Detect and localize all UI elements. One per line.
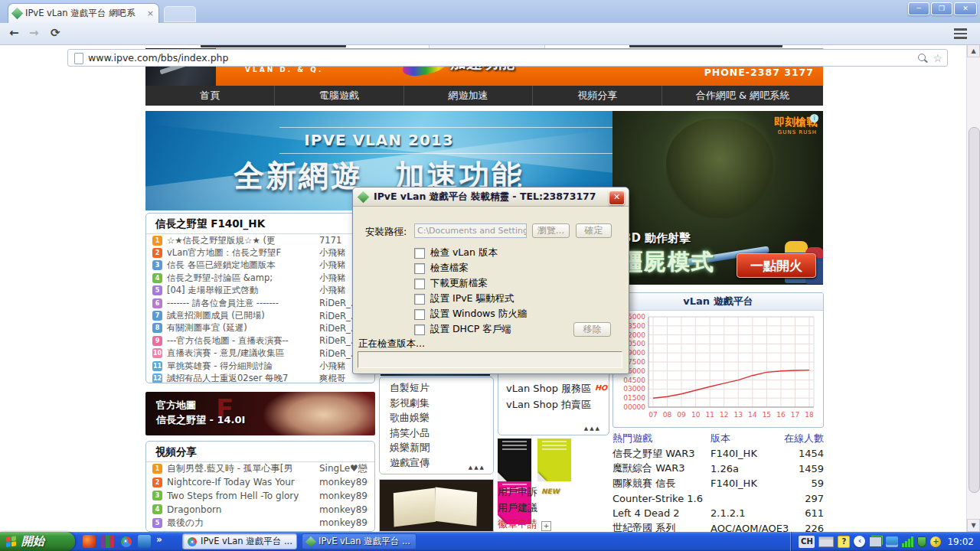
nav-item[interactable]: 視頻分享 [533, 86, 662, 106]
hide-icons-chevron-icon[interactable]: ‹ [854, 536, 865, 547]
network-icon[interactable] [869, 536, 882, 547]
cloud-app-icon[interactable] [886, 536, 898, 547]
user-link[interactable]: 徽章申請+ [498, 516, 609, 532]
update-icon[interactable]: + [930, 536, 941, 547]
sample-card-lime[interactable] [537, 439, 571, 481]
video-row[interactable]: 4 Dragonborn monkey890 [146, 503, 374, 517]
nav-item[interactable]: 合作網吧 & 網吧系統 [662, 86, 823, 106]
dialog-checkbox-row[interactable]: 檢查檔案 [414, 262, 469, 275]
address-bar[interactable]: www.ipve.com/bbs/index.php ☆ [67, 49, 948, 67]
remove-button[interactable]: 移除 [573, 322, 611, 337]
reload-button[interactable]: ⟳ [51, 23, 60, 43]
new-tab-button[interactable] [164, 6, 196, 22]
sample-card-black[interactable] [498, 439, 531, 481]
checkbox[interactable] [414, 309, 425, 320]
window-close-button[interactable]: ✕ [954, 2, 977, 15]
user-link[interactable]: 用戶申訴NEW [498, 484, 609, 500]
expand-icon[interactable]: + [541, 521, 551, 531]
video-title[interactable]: Dragonborn [167, 504, 315, 515]
quicklaunch-messenger-icon[interactable] [83, 535, 96, 548]
browse-button[interactable]: 瀏覽... [532, 223, 570, 238]
ad-cta-button[interactable]: 一點開火 [737, 253, 816, 278]
thread-title[interactable]: 誠招有品人士重返02ser 每晚7 [167, 373, 315, 383]
forum-thread-row[interactable]: 4 信長之野望-討論區 &amp; 小飛豬 [146, 272, 374, 284]
thread-title[interactable]: 信長 各區已經鎖定地圖版本 [167, 259, 315, 271]
scroll-up-icon[interactable]: ▲ [967, 44, 980, 57]
nav-item[interactable]: 電腦遊戲 [275, 86, 404, 106]
forum-thread-row[interactable]: 2 vLan官方地圖：信長之野望F 小飛豬 [146, 246, 374, 259]
bookmark-star-icon[interactable]: ☆ [933, 51, 942, 66]
video-title[interactable]: Nightcore-If Today Was Your [167, 477, 315, 487]
shield-icon[interactable] [917, 536, 926, 547]
shop-link[interactable]: vLan Shop 拍賣區 [506, 396, 609, 412]
forum-thread-row[interactable]: 10 直播表演賽 - 意見/建議收集區 RiDeR_. [146, 347, 374, 360]
search-icon[interactable] [918, 54, 926, 61]
quicklaunch-overflow-chevron[interactable]: » [156, 534, 162, 545]
checkbox[interactable] [414, 279, 425, 289]
checkbox[interactable] [414, 248, 425, 259]
checkbox[interactable] [414, 263, 425, 274]
video-title[interactable]: Two Steps from Hell -To glory [167, 491, 315, 501]
thread-title[interactable]: 單挑英雄賽 - 得分細則討論 [167, 360, 315, 372]
dialog-checkbox-row[interactable]: 檢查 vLan 版本 [414, 246, 498, 259]
url-text[interactable]: www.ipve.com/bbs/index.php [88, 50, 228, 66]
taskbar-task-installer[interactable]: IPvE vLan 遊戲平台 ... [302, 533, 416, 549]
forward-button[interactable]: → [29, 23, 39, 43]
shop-link[interactable]: vLan Shop 服務區HOT [506, 380, 609, 396]
help-icon[interactable]: ? [838, 536, 850, 548]
expand-arrows-icon[interactable]: ▲▲▲ [469, 465, 485, 471]
taskbar-task-chrome[interactable]: IPvE vLan 遊戲平台 ... [182, 533, 297, 549]
quicklaunch-app-icon[interactable] [138, 535, 151, 548]
nav-item[interactable]: 首頁 [145, 86, 275, 106]
media-link[interactable]: 自製短片 [380, 380, 493, 396]
media-link[interactable]: 搞笑小品 [380, 425, 493, 441]
thread-title[interactable]: 信長之野望-討論區 &amp; [167, 272, 315, 284]
checkbox[interactable] [414, 294, 425, 305]
nav-item[interactable]: 網遊加速 [404, 86, 534, 106]
start-button[interactable]: 開始 [0, 532, 75, 551]
dialog-checkbox-row[interactable]: 設置 IPvE 驅動程式 [414, 292, 514, 305]
forum-thread-row[interactable]: 5 [04] 走場舉報正式啓動 小飛豬 [146, 285, 374, 297]
checkbox[interactable] [414, 324, 425, 335]
quicklaunch-winrar-icon[interactable] [101, 535, 114, 548]
thread-title[interactable]: ---官方信長地圖 - 直播表演賽-- [167, 335, 315, 347]
thread-title[interactable]: vLan官方地圖：信長之野望F [167, 247, 315, 259]
thread-title[interactable]: [04] 走場舉報正式啓動 [167, 285, 315, 296]
browser-menu-icon[interactable] [954, 26, 967, 41]
video-row[interactable]: 1 自制男聲.藍又時 - 孤單心事[男 SingLe♥戀 [146, 462, 374, 476]
game-ad-banner[interactable]: 即刻槍戰 GUNS RUSH i 3D 動作射擊 殭屍模式 一點開火 [612, 111, 823, 285]
scroll-down-icon[interactable]: ▼ [967, 519, 980, 532]
thread-title[interactable]: ------- 請各位會員注意 ------- [167, 298, 315, 309]
ok-button[interactable]: 確定 [576, 223, 612, 238]
keyboard-icon[interactable] [818, 536, 834, 547]
forum-thread-row[interactable]: 6 ------- 請各位會員注意 ------- RiDeR_. [146, 297, 374, 309]
thread-title[interactable]: 有關測圖事宜 (延遲) [167, 322, 315, 334]
media-link[interactable]: 娛樂新聞 [380, 440, 493, 455]
dialog-checkbox-row[interactable]: 設置 DHCP 客戶端 [414, 323, 511, 336]
media-link[interactable]: 影視劇集 [380, 396, 493, 411]
forum-thread-row[interactable]: 9 ---官方信長地圖 - 直播表演賽-- RiDeR_. [146, 334, 374, 347]
forum-thread-row[interactable]: 7 誠意招測圖成員 (已開場) RiDeR_. [146, 309, 374, 321]
scrollbar-thumb[interactable] [969, 127, 980, 493]
thread-title[interactable]: 直播表演賽 - 意見/建議收集區 [167, 347, 315, 359]
browser-tab[interactable]: IPvE vLan 遊戲平台 網吧系 × [8, 3, 159, 23]
signal-bars-icon[interactable] [902, 536, 913, 547]
video-row[interactable]: 2 Nightcore-If Today Was Your monkey890 [146, 476, 374, 490]
forum-thread-row[interactable]: 3 信長 各區已經鎖定地圖版本 小飛豬 [146, 259, 374, 272]
tab-close-icon[interactable]: × [147, 8, 154, 18]
video-title[interactable]: 最後の力 [167, 517, 315, 530]
thread-title[interactable]: ☆★信長之野望版規☆★ (更 [167, 235, 315, 246]
dialog-checkbox-row[interactable]: 下載更新檔案 [414, 277, 488, 290]
forum-thread-row[interactable]: 11 單挑英雄賽 - 得分細則討論 小飛豬 [146, 360, 374, 372]
thread-title[interactable]: 誠意招測圖成員 (已開場) [167, 310, 315, 321]
window-restore-button[interactable]: ❐ [931, 2, 952, 15]
scrollbar[interactable]: ▲ ▼ [966, 44, 980, 532]
window-minimize-button[interactable]: ─ [908, 2, 929, 15]
user-link[interactable]: 用戶建議 [498, 500, 609, 516]
ad-info-icon[interactable]: i [810, 114, 818, 122]
forum-thread-row[interactable]: 12 誠招有品人士重返02ser 每晚7 爽棍哥 [146, 372, 374, 383]
dialog-titlebar[interactable]: IPvE vLan 遊戲平台 裝載精靈 - TEL:23873177 ✕ [353, 187, 629, 207]
install-path-input[interactable]: C:\Documents and Settings\sa [414, 223, 527, 238]
dialog-checkbox-row[interactable]: 設置 Windows 防火牆 [414, 308, 527, 321]
forum-thread-row[interactable]: 1 ☆★信長之野望版規☆★ (更 7171 [146, 234, 374, 246]
